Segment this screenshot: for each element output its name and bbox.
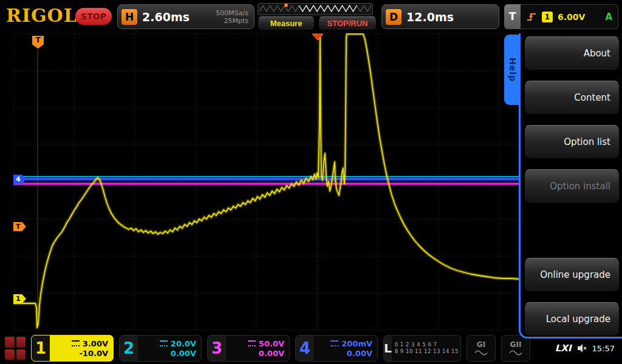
generator-1-label: GI bbox=[477, 340, 485, 349]
grid-cell-icon bbox=[5, 337, 15, 348]
channel-1-offset: -10.0V bbox=[52, 349, 108, 358]
channel-4-scale: 200mV bbox=[341, 339, 372, 348]
preview-window-icon bbox=[299, 5, 357, 12]
menu-button-option-list[interactable]: Option list bbox=[524, 125, 620, 159]
sine-wave-icon bbox=[509, 349, 522, 356]
waveform-preview-strip[interactable] bbox=[258, 3, 373, 15]
trigger-sweep-mode: A bbox=[605, 12, 612, 22]
generator-2-label: GII bbox=[510, 340, 522, 349]
channel-4-offset: 0.00V bbox=[316, 349, 372, 358]
channel-2-number: 2 bbox=[120, 335, 138, 361]
dc-coupling-icon bbox=[72, 340, 80, 346]
menu-button-about[interactable]: About bbox=[524, 36, 620, 70]
trigger-source-badge: 1 bbox=[542, 12, 553, 22]
sine-wave-icon bbox=[474, 349, 488, 356]
menu-button-option-install[interactable]: Option install bbox=[524, 169, 620, 203]
trigger-label: T bbox=[504, 4, 521, 29]
preview-trigger-marker bbox=[285, 4, 288, 7]
status-cluster: LXI 15:57 bbox=[555, 343, 622, 354]
channel-1-badge[interactable]: 1 3.00V -10.0V bbox=[31, 335, 114, 362]
channel-2-scale: 20.0V bbox=[171, 339, 196, 348]
dc-coupling-icon bbox=[248, 340, 256, 346]
run-state-badge[interactable]: STOP bbox=[75, 8, 112, 25]
speaker-muted-icon[interactable] bbox=[577, 343, 587, 353]
channel-4-badge[interactable]: 4 200mV 0.00V bbox=[295, 335, 378, 362]
horizontal-icon: H bbox=[121, 9, 137, 25]
menu-button-content[interactable]: Content bbox=[524, 81, 620, 115]
grid-cell-icon bbox=[16, 349, 26, 360]
generator-2-badge[interactable]: GII bbox=[501, 335, 530, 362]
delay-value: 12.0ms bbox=[406, 10, 454, 24]
grid-cell-icon bbox=[5, 349, 15, 360]
trigger-level-value: 6.00V bbox=[558, 12, 585, 22]
channel-2-offset: 0.00V bbox=[140, 349, 196, 358]
logic-channels-row2: 8 9 10 11 12 13 14 15 bbox=[395, 348, 459, 355]
logic-channels-row1: 0 1 2 3 4 5 6 7 bbox=[395, 342, 459, 348]
channel-3-number: 3 bbox=[208, 335, 226, 361]
dc-coupling-icon bbox=[330, 340, 338, 346]
delay-settings[interactable]: D 12.0ms bbox=[381, 4, 499, 29]
delay-icon: D bbox=[386, 9, 402, 25]
logic-analyzer-badge[interactable]: L 0 1 2 3 4 5 6 7 8 9 10 11 12 13 14 15 bbox=[383, 335, 461, 362]
sample-rate: 500MSa/s bbox=[216, 9, 248, 17]
channel-3-offset: 0.00V bbox=[228, 349, 284, 358]
waveform-preview bbox=[258, 4, 372, 15]
dc-coupling-icon bbox=[160, 340, 168, 346]
stop-run-button[interactable]: STOP/RUN bbox=[318, 16, 377, 30]
rigol-logo: RIGOL bbox=[6, 5, 77, 26]
channel-3-scale: 50.0V bbox=[259, 339, 284, 348]
help-tab[interactable]: Help bbox=[504, 35, 521, 105]
channel-4-number: 4 bbox=[296, 335, 314, 361]
menu-button-local-upgrade[interactable]: Local upgrade bbox=[524, 302, 620, 336]
measure-button[interactable]: Measure bbox=[258, 16, 315, 30]
oscilloscope-ui: RIGOL STOP H 2.60ms 500MSa/s 25Mpts Meas… bbox=[0, 0, 622, 364]
channel-2-badge[interactable]: 2 20.0V 0.00V bbox=[119, 335, 202, 362]
trigger-settings[interactable]: T 1 6.00V A bbox=[504, 4, 618, 29]
channel-1-number: 1 bbox=[32, 335, 50, 361]
menu-button-online-upgrade[interactable]: Online upgrade bbox=[524, 258, 620, 292]
trigger-slope-icon bbox=[526, 12, 537, 22]
logic-label: L bbox=[384, 335, 392, 361]
clock: 15:57 bbox=[592, 344, 615, 353]
menu-slot-empty bbox=[524, 214, 620, 248]
help-menu-panel: Help About Content Option list Option in… bbox=[519, 33, 622, 339]
horizontal-settings[interactable]: H 2.60ms 500MSa/s 25Mpts bbox=[117, 4, 255, 29]
generator-1-badge[interactable]: GI bbox=[466, 335, 496, 362]
quick-access-grid-icon[interactable] bbox=[5, 337, 26, 360]
channel-1-scale: 3.00V bbox=[83, 339, 108, 348]
grid-cell-icon bbox=[16, 337, 26, 348]
acquisition-info: 500MSa/s 25Mpts bbox=[216, 9, 248, 25]
lxi-logo: LXI bbox=[555, 343, 572, 354]
timebase-value: 2.60ms bbox=[142, 10, 190, 24]
top-bar: RIGOL STOP H 2.60ms 500MSa/s 25Mpts Meas… bbox=[0, 0, 622, 33]
menu-list: About Content Option list Option install… bbox=[521, 33, 622, 336]
memory-depth: 25Mpts bbox=[224, 17, 248, 25]
channel-3-badge[interactable]: 3 50.0V 0.00V bbox=[207, 335, 290, 362]
